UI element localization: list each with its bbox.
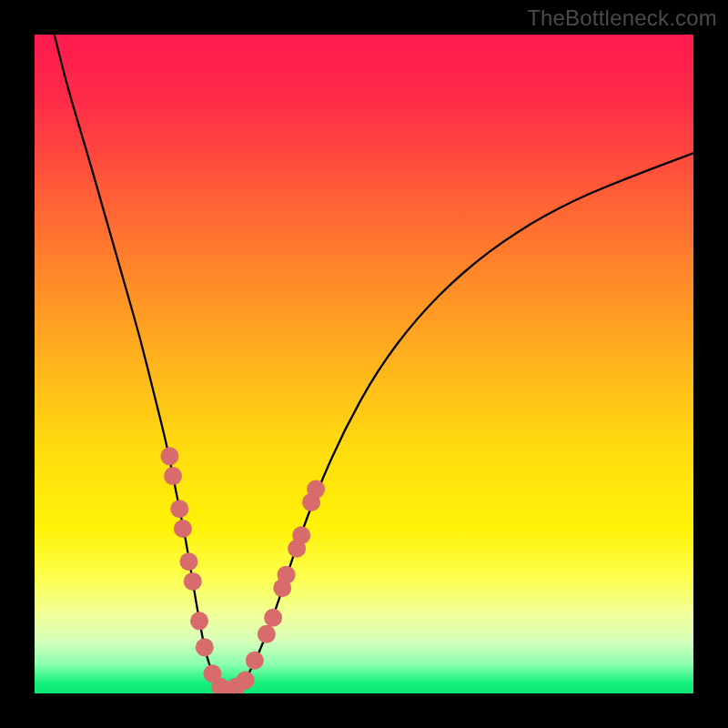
marker-dot [246,652,264,670]
watermark-text: TheBottleneck.com [527,5,717,31]
marker-dot [179,552,197,571]
curve-layer [35,35,693,693]
marker-dot [307,480,325,499]
highlight-dots [160,447,325,693]
marker-dot [196,638,214,656]
marker-dot [292,526,310,544]
marker-dot [174,520,192,538]
marker-dot [160,447,178,465]
chart-frame: TheBottleneck.com [0,0,728,728]
marker-dot [164,467,182,485]
bottleneck-curve [55,35,693,690]
marker-dot [170,500,188,518]
marker-dot [264,609,282,627]
marker-dot [190,612,208,630]
marker-dot [278,566,296,584]
plot-area [35,35,693,693]
marker-dot [258,625,276,643]
marker-dot [237,672,255,690]
marker-dot [184,572,202,591]
